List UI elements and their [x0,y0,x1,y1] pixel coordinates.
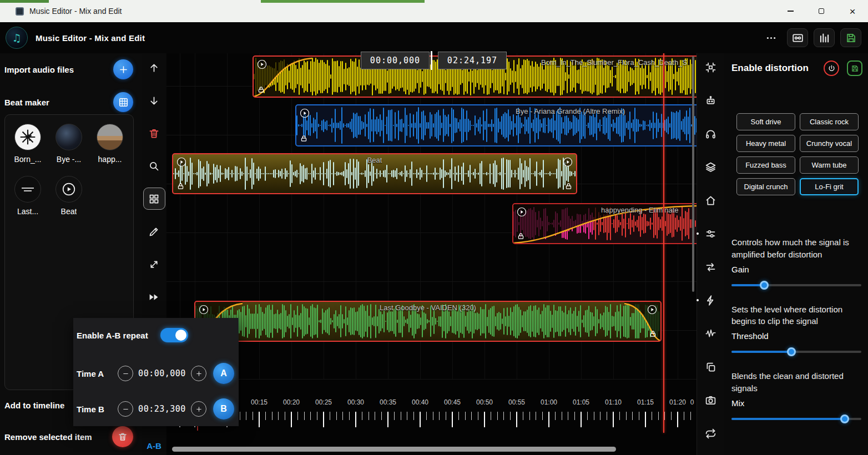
audio-clip[interactable]: happyending - Eliminate [512,203,697,244]
time-a-increment-button[interactable] [191,366,206,381]
clip-lock-button[interactable] [649,330,657,338]
layers-button[interactable] [702,158,720,176]
playback-speed-button[interactable] [143,286,165,308]
loop-icon [705,428,716,439]
threshold-section: Sets the level where distortion begins t… [731,304,861,357]
clip-play-button[interactable] [199,305,209,315]
threshold-slider[interactable] [731,347,861,357]
clip-lock-button[interactable] [300,134,308,143]
ab-enable-toggle[interactable] [160,328,188,342]
slider-thumb[interactable] [787,347,796,356]
ab-repeat-button[interactable]: A-B [147,441,162,451]
time-b-decrement-button[interactable] [118,401,133,417]
move-track-down-button[interactable] [143,89,165,112]
audio-clip[interactable]: Last Goodbye - VAIDEN (320) [194,301,662,342]
audio-clip[interactable]: Bye - Ariana Grande (Altre Remix) [295,104,697,146]
toolbar-buttons [143,57,165,308]
audio-file-item[interactable]: Born_... [7,124,48,164]
ruler-label: 00:55 [508,398,525,406]
library-button[interactable] [814,28,835,47]
set-time-b-button[interactable]: B [213,398,234,419]
timeline[interactable]: Born_In_The_Slumber_Flora_Cash_Death_SBy… [166,53,697,455]
time-b-increment-button[interactable] [191,401,206,417]
preset-digital-crunch[interactable]: Digital crunch [736,178,795,195]
clip-play-button[interactable] [300,108,310,118]
audio-file-item[interactable]: Last... [7,176,48,216]
duplicate-button[interactable] [702,357,720,376]
minimize-button[interactable] [775,0,806,22]
param-description: Sets the level where distortion begins t… [731,304,861,328]
draw-tool-button[interactable] [143,220,165,242]
time-a-decrement-button[interactable] [118,366,133,381]
ruler-label: 00:30 [347,398,364,406]
save-project-button[interactable] [840,28,861,47]
set-time-a-button[interactable]: A [213,363,234,384]
slider-track [731,351,861,353]
beat-maker-button[interactable] [113,92,133,112]
clip-play-button[interactable] [647,305,657,315]
move-track-up-button[interactable] [143,57,165,79]
effects-flash-button[interactable] [702,291,720,310]
zoom-button[interactable] [143,155,165,177]
time-b-row: Time B 00:23,300 B [77,398,234,419]
preset-fuzzed-bass[interactable]: Fuzzed bass [736,156,795,174]
stretch-tool-button[interactable] [143,253,165,275]
preset-classic-rock[interactable]: Classic rock [800,113,859,130]
wave-editor-button[interactable] [702,324,720,343]
clip-play-button[interactable] [257,59,267,69]
preset-heavy-metal[interactable]: Heavy metal [736,135,795,152]
more-options-button[interactable] [760,28,781,47]
clip-play-button[interactable] [176,157,186,167]
clip-lock-button[interactable] [176,182,185,190]
clip-lock-button[interactable] [257,85,265,94]
ruler-label: 00:35 [380,398,396,406]
param-description: Controls how much the signal is amplifie… [731,236,861,261]
clip-play-button[interactable] [563,157,573,167]
param-label: Threshold [731,331,861,341]
clip-lock-button[interactable] [564,182,573,190]
loop-button[interactable] [702,424,720,443]
audio-file-item[interactable]: Beat [48,176,89,216]
horizontal-scrollbar[interactable] [172,447,616,452]
transfer-button[interactable] [702,257,720,276]
audio-file-item[interactable]: Bye -... [48,124,89,164]
distortion-save-button[interactable] [847,60,862,76]
home-button[interactable] [702,191,720,210]
preset-lo-fi-grit[interactable]: Lo-Fi grit [800,178,859,195]
vertical-scrollbar[interactable] [692,56,694,292]
close-icon: × [849,6,855,17]
add-to-timeline-label[interactable]: Add to timeline [4,401,64,410]
maximize-button[interactable] [806,0,837,22]
distortion-power-button[interactable] [824,60,839,76]
time-ruler[interactable] [166,412,697,429]
audio-clip[interactable]: Beat [172,153,577,194]
mix-slider[interactable] [731,414,861,424]
import-audio-button[interactable] [113,59,133,79]
mixer-button[interactable] [702,224,720,243]
preset-crunchy-vocal[interactable]: Crunchy vocal [800,135,859,152]
clip-lock-button[interactable] [517,232,525,240]
power-icon [827,64,836,73]
slider-thumb[interactable] [760,281,769,290]
recorder-button[interactable] [787,28,808,47]
remove-selected-button[interactable] [112,426,133,447]
snapshot-button[interactable] [702,391,720,410]
preset-soft-drive[interactable]: Soft drive [736,113,795,130]
close-button[interactable]: × [837,0,868,22]
ruler-label: 01:10 [605,398,622,406]
copy-icon [705,361,716,373]
camera-icon [705,395,716,406]
preset-warm-tube[interactable]: Warm tube [800,156,859,174]
ai-assistant-button[interactable] [702,91,720,110]
audio-file-item[interactable]: happ... [89,124,130,164]
ruler-labels: 00:1500:2000:2500:3000:3500:4000:4500:50… [166,398,697,408]
slider-thumb[interactable] [840,414,849,423]
snap-grid-button[interactable] [143,188,165,210]
audio-monitor-button[interactable] [702,124,720,143]
gain-slider[interactable] [731,280,861,290]
video-sync-button[interactable] [702,58,720,77]
playhead[interactable] [663,53,664,433]
clip-play-button[interactable] [517,207,527,217]
file-thumbnail [14,124,41,150]
delete-track-button[interactable] [143,122,165,144]
